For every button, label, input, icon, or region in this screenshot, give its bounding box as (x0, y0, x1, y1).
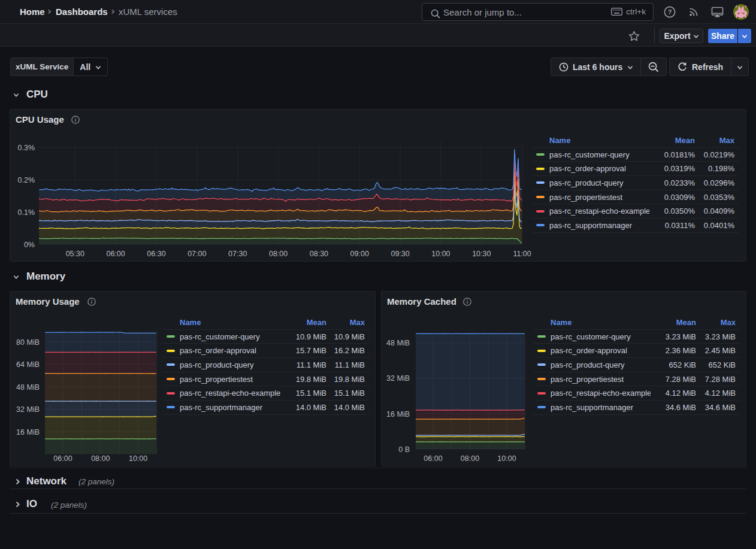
svg-text:0.2%: 0.2% (18, 176, 35, 184)
svg-text:05:30: 05:30 (66, 250, 84, 258)
svg-text:10:00: 10:00 (431, 250, 450, 258)
svg-text:07:00: 07:00 (188, 250, 206, 258)
svg-text:06:30: 06:30 (147, 250, 165, 258)
svg-text:48 MiB: 48 MiB (386, 339, 410, 347)
svg-text:32 MiB: 32 MiB (16, 405, 40, 414)
svg-text:80 MiB: 80 MiB (16, 338, 40, 347)
svg-text:32 MiB: 32 MiB (386, 374, 410, 383)
svg-text:10:00: 10:00 (129, 454, 147, 463)
svg-text:09:30: 09:30 (391, 250, 409, 258)
svg-text:08:00: 08:00 (269, 250, 288, 258)
svg-text:0.3%: 0.3% (18, 144, 35, 152)
svg-text:64 MiB: 64 MiB (16, 360, 40, 369)
svg-text:48 MiB: 48 MiB (16, 383, 40, 392)
svg-text:0 B: 0 B (398, 445, 410, 454)
svg-text:08:30: 08:30 (310, 250, 328, 258)
svg-text:?: ? (668, 8, 672, 16)
svg-text:10:30: 10:30 (472, 250, 491, 258)
svg-text:06:00: 06:00 (424, 454, 442, 463)
svg-text:06:00: 06:00 (53, 454, 72, 463)
svg-text:11:00: 11:00 (513, 250, 531, 258)
svg-text:16 MiB: 16 MiB (386, 410, 410, 418)
svg-text:06:00: 06:00 (106, 250, 125, 258)
svg-text:08:00: 08:00 (461, 454, 479, 463)
svg-text:07:30: 07:30 (228, 250, 247, 258)
svg-text:08:00: 08:00 (91, 454, 110, 463)
svg-text:0%: 0% (24, 241, 35, 249)
svg-text:09:00: 09:00 (350, 250, 369, 258)
svg-text:10:00: 10:00 (497, 454, 516, 463)
svg-text:0.1%: 0.1% (18, 208, 35, 217)
svg-text:16 MiB: 16 MiB (16, 428, 40, 436)
